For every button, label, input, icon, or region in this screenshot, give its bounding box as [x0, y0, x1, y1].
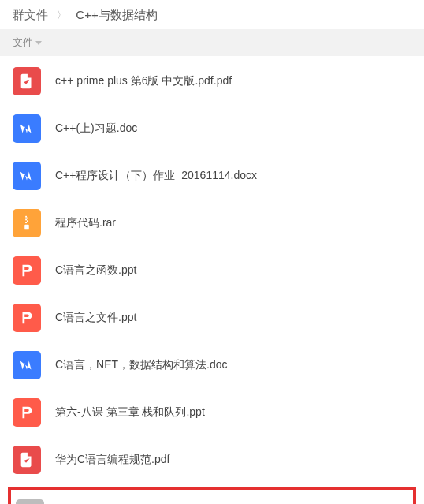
svg-rect-4	[25, 222, 27, 223]
file-row[interactable]: C++程序设计（下）作业_20161114.docx	[0, 152, 424, 200]
file-row[interactable]: C++(上)习题.doc	[0, 105, 424, 152]
svg-rect-0	[25, 216, 27, 218]
file-name: 第六-八课 第三章 栈和队列.ppt	[55, 405, 205, 420]
svg-rect-1	[27, 218, 28, 219]
file-name: C语言，NET，数据结构和算法.doc	[55, 358, 228, 372]
file-name: 华为C语言编程规范.pdf	[55, 453, 169, 467]
svg-rect-3	[27, 220, 28, 222]
file-list: c++ prime plus 第6版 中文版.pdf.pdf C++(上)习题.…	[0, 56, 424, 504]
file-name: c++ prime plus 第6版 中文版.pdf.pdf	[55, 74, 232, 88]
archive-icon	[13, 209, 41, 237]
file-row[interactable]: 程序代码.rar	[0, 200, 424, 247]
file-row[interactable]: C语言，NET，数据结构和算法.doc	[0, 342, 424, 389]
pdf-icon	[13, 67, 41, 95]
svg-rect-5	[24, 225, 29, 230]
file-row[interactable]: C语言之函数.ppt	[0, 247, 424, 294]
column-header-row[interactable]: 文件	[0, 29, 424, 56]
unknown-file-icon: ?	[16, 499, 44, 504]
file-row[interactable]: 第六-八课 第三章 栈和队列.ppt	[0, 389, 424, 436]
pdf-icon	[13, 446, 41, 474]
file-row[interactable]: C语言之文件.ppt	[0, 294, 424, 342]
chevron-down-icon	[35, 41, 42, 45]
breadcrumb-separator: 〉	[56, 8, 68, 21]
breadcrumb: 群文件 〉 C++与数据结构	[0, 0, 424, 29]
file-name: C语言之文件.ppt	[55, 311, 136, 325]
breadcrumb-current: C++与数据结构	[76, 8, 157, 21]
svg-rect-2	[25, 219, 27, 221]
file-row[interactable]: 华为C语言编程规范.pdf	[0, 436, 424, 483]
breadcrumb-root[interactable]: 群文件	[13, 8, 48, 21]
column-header-name: 文件	[13, 35, 33, 50]
ppt-icon	[13, 304, 41, 332]
file-row[interactable]: c++ prime plus 第6版 中文版.pdf.pdf	[0, 58, 424, 105]
file-name: C++程序设计（下）作业_20161114.docx	[55, 169, 257, 183]
file-name: C++(上)习题.doc	[55, 121, 137, 136]
doc-icon	[13, 351, 41, 379]
file-row[interactable]: ? jsoncpp-src-0.5.0.tar.gz	[13, 490, 411, 504]
doc-icon	[13, 114, 41, 143]
ppt-icon	[13, 256, 41, 285]
file-name: 程序代码.rar	[55, 216, 116, 230]
doc-icon	[13, 162, 41, 190]
ppt-icon	[13, 398, 41, 427]
file-name: C语言之函数.ppt	[55, 263, 136, 278]
highlight-box: ? jsoncpp-src-0.5.0.tar.gz JSONTest.zip	[8, 487, 416, 504]
